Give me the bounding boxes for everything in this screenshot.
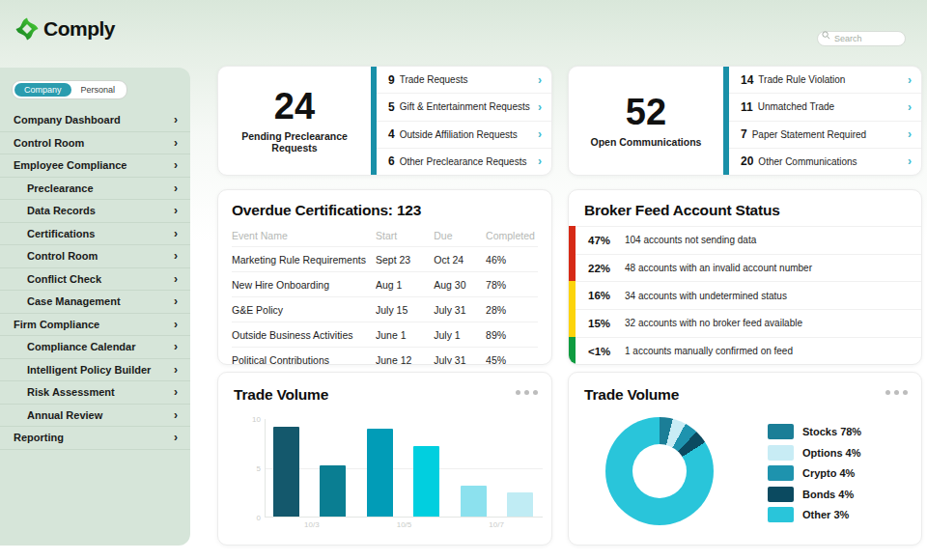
chevron-right-icon: › [174, 182, 178, 194]
sidebar-item-certifications[interactable]: Certifications› [0, 223, 190, 246]
table-cell: Sept 23 [376, 247, 434, 272]
chevron-right-icon: › [538, 154, 542, 168]
chevron-right-icon: › [174, 205, 178, 216]
sidebar-item-conflict-check[interactable]: Conflict Check› [0, 268, 190, 292]
sidebar-item-label: Conflict Check [27, 273, 101, 285]
broker-feed-row: <1%1 accounts manually confirmed on feed [569, 337, 921, 365]
chevron-right-icon: › [538, 127, 542, 141]
item-label: Other Communications [758, 156, 908, 167]
sidebar-item-label: Preclearance [27, 182, 94, 194]
broker-feed-rows: 47%104 accounts not sending data22%48 ac… [569, 226, 921, 364]
y-tick-label: 5 [241, 464, 261, 473]
sidebar-item-control-room[interactable]: Control Room› [0, 245, 190, 268]
sidebar-item-reporting[interactable]: Reporting› [0, 427, 190, 450]
sidebar-item-label: Firm Compliance [14, 319, 99, 330]
sidebar-item-firm-compliance[interactable]: Firm Compliance› [0, 314, 190, 337]
legend-label: Options 4% [802, 447, 861, 459]
legend-swatch [768, 487, 794, 502]
broker-feed-row: 15%32 accounts with no broker feed avail… [569, 309, 921, 337]
trade-volume-donut-title: Trade Volume [569, 373, 921, 404]
chevron-right-icon: › [174, 114, 178, 126]
sidebar-item-company-dashboard[interactable]: Company Dashboard› [0, 109, 190, 132]
sidebar-item-label: Employee Compliance [14, 159, 126, 171]
item-label: Unmatched Trade [758, 101, 908, 112]
summary-value: 24 [274, 88, 315, 125]
item-count: 6 [388, 154, 395, 168]
card-menu-icon[interactable] [516, 390, 538, 395]
legend-item-options-4: Options 4% [768, 445, 861, 461]
sidebar-item-label: Reporting [14, 432, 64, 443]
status-color-strip [569, 281, 576, 309]
bar-0 [273, 427, 299, 517]
sidebar-item-compliance-calendar[interactable]: Compliance Calendar› [0, 336, 190, 359]
legend-item-other-3: Other 3% [768, 507, 861, 522]
sidebar-item-annual-review[interactable]: Annual Review› [0, 405, 190, 428]
table-header-row: Event NameStartDueCompleted [232, 226, 538, 247]
table-cell: July 31 [434, 348, 486, 366]
sidebar-item-case-management[interactable]: Case Management› [0, 291, 190, 314]
table-row: G&E PolicyJuly 15July 3128% [232, 297, 538, 322]
table-cell: 46% [486, 247, 538, 272]
summary-list-item-other-preclearance-requests[interactable]: 6Other Preclearance Requests› [377, 149, 551, 175]
chevron-right-icon: › [908, 100, 912, 114]
sidebar-item-label: Company Dashboard [14, 114, 121, 126]
sidebar-item-data-records[interactable]: Data Records› [0, 200, 190, 223]
broker-feed-row: 22%48 accounts with an invalid account n… [569, 254, 921, 282]
summary-list-item-trade-rule-violation[interactable]: 14Trade Rule Violation› [729, 67, 921, 94]
certifications-table: Event NameStartDueCompleted Marketing Ru… [232, 226, 538, 365]
summary-list-item-other-communications[interactable]: 20Other Communications› [729, 149, 921, 175]
summary-list-item-outside-affiliation-requests[interactable]: 4Outside Affiliation Requests› [377, 122, 551, 149]
broker-label: 34 accounts with undetermined status [625, 291, 787, 301]
broker-feed-status-card: Broker Feed Account Status 47%104 accoun… [568, 189, 922, 365]
item-count: 20 [741, 154, 753, 168]
toggle-personal[interactable]: Personal [71, 83, 126, 97]
broker-label: 32 accounts with no broker feed availabl… [625, 318, 802, 328]
status-color-strip [569, 226, 576, 254]
status-color-strip [569, 254, 576, 282]
legend-swatch [768, 507, 794, 522]
item-label: Trade Rule Violation [758, 74, 908, 85]
table-cell: Marketing Rule Requirements [232, 247, 376, 272]
bar-2 [367, 429, 393, 517]
chevron-right-icon: › [538, 100, 542, 114]
bar-3 [413, 446, 439, 517]
chevron-right-icon: › [174, 137, 178, 149]
x-tick-label: 10/7 [450, 520, 543, 529]
sidebar-menu: Company Dashboard›Control Room›Employee … [0, 109, 190, 450]
trade-volume-bar-card: Trade Volume 0510 10/310/510/7 [217, 372, 552, 546]
bars [273, 419, 533, 517]
broker-label: 104 accounts not sending data [625, 235, 756, 245]
summary-list-item-gift-entertainment-requests[interactable]: 5Gift & Entertainment Requests› [377, 94, 551, 121]
chevron-right-icon: › [908, 127, 912, 141]
legend-swatch [768, 465, 794, 481]
summary-list-item-unmatched-trade[interactable]: 11Unmatched Trade› [729, 94, 921, 121]
summary-list: 9Trade Requests›5Gift & Entertainment Re… [377, 67, 551, 175]
item-label: Gift & Entertainment Requests [400, 101, 538, 112]
item-count: 7 [741, 127, 747, 141]
sidebar-item-intelligent-policy-builder[interactable]: Intelligent Policy Builder› [0, 359, 190, 382]
summary-list-item-paper-statement-required[interactable]: 7Paper Statement Required› [729, 122, 921, 149]
scope-toggle: Company Personal [12, 80, 127, 99]
legend-label: Other 3% [802, 509, 849, 520]
item-count: 4 [388, 127, 395, 141]
sidebar-item-employee-compliance[interactable]: Employee Compliance› [0, 154, 190, 178]
legend-item-crypto-4: Crypto 4% [768, 465, 861, 481]
comply-logo-icon [15, 17, 39, 41]
table-cell: Political Contributions [232, 348, 376, 366]
table-cell: Aug 30 [434, 272, 486, 297]
toggle-company[interactable]: Company [14, 83, 71, 97]
app-logo: Comply [15, 17, 115, 41]
sidebar-item-risk-assessment[interactable]: Risk Assessment› [0, 381, 190, 405]
sidebar-item-preclearance[interactable]: Preclearance› [0, 178, 190, 201]
table-row: Political ContributionsJune 12July 3145% [232, 348, 538, 366]
y-tick-label: 10 [241, 415, 261, 424]
x-tick-label: 10/3 [266, 520, 358, 529]
sidebar-item-control-room[interactable]: Control Room› [0, 132, 190, 155]
table-cell: G&E Policy [232, 297, 376, 322]
card-menu-icon[interactable] [885, 390, 908, 395]
summary-list-item-trade-requests[interactable]: 9Trade Requests› [377, 67, 551, 94]
summary-value: 52 [626, 94, 666, 130]
sidebar-item-label: Risk Assessment [27, 386, 115, 398]
bar-1 [320, 465, 346, 517]
broker-label: 48 accounts with an invalid account numb… [625, 263, 812, 273]
